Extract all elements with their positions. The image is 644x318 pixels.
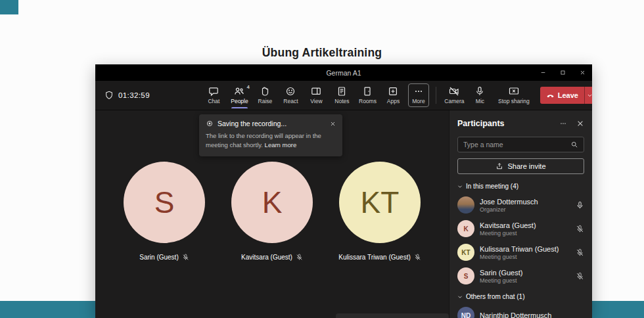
meeting-content: Saving the recording... The link to the …	[95, 110, 592, 318]
stop-sharing-label: Stop sharing	[498, 98, 530, 104]
mic-label: Mic	[476, 98, 484, 104]
phone-down-icon	[546, 91, 555, 100]
video-tile[interactable]: KT Kulissara Triwan (Guest)	[339, 162, 421, 261]
participant-row[interactable]: KT Kulissara Triwan (Guest) Meeting gues…	[457, 244, 584, 261]
participant-row[interactable]: Jose Dottermusch Organizer	[457, 196, 584, 214]
people-count-badge: 4	[247, 84, 250, 90]
tile-name-label: Kavitsara (Guest)	[241, 254, 292, 261]
toast-title: Saving the recording...	[218, 120, 326, 127]
search-input[interactable]	[463, 141, 570, 148]
react-icon	[285, 86, 296, 97]
mic-icon	[474, 86, 485, 97]
avatar: S	[457, 267, 474, 284]
mic-muted-icon[interactable]	[576, 248, 584, 257]
participant-row[interactable]: S Sarin (Guest) Meeting guest	[457, 267, 584, 284]
panel-close-icon[interactable]	[576, 120, 584, 127]
stage-bottom-strip	[336, 313, 449, 318]
rooms-button[interactable]: Rooms	[355, 82, 380, 108]
section-in-this-meeting[interactable]: In this meeting (4)	[457, 183, 584, 190]
toolbar-divider	[436, 87, 436, 104]
leave-button[interactable]: Leave	[540, 87, 584, 104]
avatar-initials: ND	[461, 312, 471, 318]
participant-role: Meeting guest	[480, 254, 570, 260]
people-label: People	[231, 98, 248, 104]
toast-body: The link to the recording will appear in…	[206, 131, 336, 150]
avatar: K	[231, 162, 313, 243]
panel-more-icon[interactable]	[559, 120, 567, 127]
toast-body-text: The link to the recording will appear in…	[206, 132, 321, 148]
apps-label: Apps	[387, 98, 400, 104]
participants-panel: Participants Share invite In this meetin…	[449, 110, 592, 318]
chevron-down-icon	[457, 294, 463, 300]
more-icon	[413, 86, 424, 97]
chevron-down-icon	[457, 184, 463, 189]
toast-close-icon[interactable]	[330, 121, 336, 127]
camera-button[interactable]: Camera	[442, 82, 467, 108]
mic-icon[interactable]	[576, 201, 584, 210]
view-icon	[311, 86, 321, 97]
react-label: React	[283, 98, 298, 104]
participant-row[interactable]: K Kavitsara (Guest) Meeting guest	[457, 220, 584, 237]
video-tile[interactable]: K Kavitsara (Guest)	[231, 162, 313, 261]
view-label: View	[310, 98, 322, 104]
leave-options-button[interactable]	[584, 87, 592, 104]
avatar: KT	[457, 244, 474, 261]
leave-button-group: Leave	[540, 87, 592, 104]
camera-label: Camera	[444, 98, 464, 104]
window-title: German A1	[95, 69, 592, 77]
react-button[interactable]: React	[278, 82, 304, 108]
maximize-button[interactable]	[553, 64, 572, 81]
participant-search[interactable]	[457, 137, 584, 152]
participant-name: Jose Dottermusch	[480, 198, 570, 206]
participant-tiles: S Sarin (Guest) K Kavitsara (Guest) KT	[95, 162, 449, 261]
section-others-from-chat[interactable]: Others from chat (1)	[457, 293, 584, 300]
minimize-button[interactable]	[533, 64, 553, 81]
apps-button[interactable]: Apps	[380, 82, 406, 108]
more-label: More	[412, 98, 425, 104]
section-label: Others from chat (1)	[466, 293, 524, 300]
toolbar-right-group: Camera Mic Stop sharing Leave	[429, 81, 592, 110]
video-tile[interactable]: S Sarin (Guest)	[124, 162, 205, 261]
mic-button[interactable]: Mic	[467, 82, 493, 108]
window-controls	[533, 64, 592, 81]
mic-muted-icon[interactable]	[576, 225, 584, 233]
chat-button[interactable]: Chat	[201, 82, 227, 108]
raise-button[interactable]: Raise	[252, 82, 278, 108]
leave-label: Leave	[558, 91, 578, 99]
view-button[interactable]: View	[304, 82, 329, 108]
participant-row[interactable]: ND Narinthip Dottermusch	[457, 307, 584, 318]
share-icon	[495, 162, 503, 170]
share-invite-button[interactable]: Share invite	[457, 158, 584, 174]
close-button[interactable]	[572, 64, 592, 81]
page-corner-accent	[0, 0, 18, 14]
avatar: ND	[457, 307, 474, 318]
more-button[interactable]: More	[408, 83, 429, 107]
participant-name: Sarin (Guest)	[480, 269, 570, 277]
recording-toast: Saving the recording... The link to the …	[199, 114, 342, 156]
stop-sharing-button[interactable]: Stop sharing	[493, 82, 535, 108]
avatar: K	[457, 220, 474, 237]
section-label: In this meeting (4)	[466, 183, 518, 190]
toolbar-center-group: Chat 4 People Raise React View Notes	[201, 81, 429, 110]
participant-role: Meeting guest	[480, 230, 570, 237]
participant-name: Kulissara Triwan (Guest)	[480, 245, 570, 253]
meeting-timer: 01:32:59	[118, 91, 150, 99]
mic-muted-icon	[182, 254, 189, 261]
chat-icon	[208, 86, 219, 97]
record-icon	[206, 120, 214, 127]
participant-role: Meeting guest	[480, 277, 570, 284]
meeting-toolbar: 01:32:59 Chat 4 People Raise React Vie	[95, 81, 592, 110]
chat-label: Chat	[208, 98, 219, 104]
window-titlebar[interactable]: German A1	[95, 64, 592, 81]
people-button[interactable]: 4 People	[227, 82, 252, 108]
raise-label: Raise	[258, 98, 273, 104]
mic-muted-icon[interactable]	[576, 272, 584, 281]
teams-meeting-window: German A1 01:32:59 Chat 4 People Raise	[95, 64, 592, 318]
notes-button[interactable]: Notes	[329, 82, 355, 108]
stop-sharing-icon	[509, 86, 519, 97]
apps-icon	[388, 86, 398, 97]
learn-more-link[interactable]: Learn more	[265, 141, 297, 148]
mic-muted-icon	[296, 254, 303, 261]
avatar: S	[124, 162, 205, 243]
shield-icon	[104, 91, 114, 100]
